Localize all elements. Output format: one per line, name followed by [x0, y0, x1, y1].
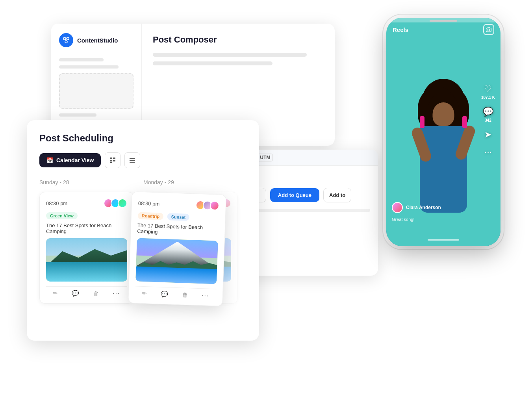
view-buttons: 📅 Calendar View: [39, 152, 247, 168]
float-trash-icon[interactable]: 🗑: [182, 291, 188, 298]
comment-icon[interactable]: 💬: [72, 290, 79, 297]
svg-rect-3: [110, 158, 112, 159]
days-row: Sunday - 28 Monday - 29: [39, 179, 247, 185]
user-row: Clara Anderson: [392, 202, 481, 213]
post-1-actions: ✏ 💬 🗑 ···: [46, 286, 127, 297]
svg-point-2: [65, 41, 67, 43]
share-action[interactable]: ➤: [484, 130, 491, 140]
logo-row: ContentStudio: [59, 33, 133, 47]
share-icon: ➤: [484, 130, 491, 140]
comment-bubble-icon: 💬: [483, 107, 493, 117]
beach-sky: [46, 238, 127, 256]
calendar-icon: 📅: [46, 157, 53, 163]
user-avatar: [392, 202, 403, 213]
svg-rect-5: [110, 160, 112, 161]
svg-rect-6: [113, 160, 115, 161]
phone-header: Reels: [386, 24, 500, 35]
post-1-avatars: [104, 198, 127, 208]
phone-bottom-info: Clara Anderson Great song!: [392, 202, 481, 222]
post-float-time: 08:30 pm: [138, 200, 160, 207]
add-to-queue-button[interactable]: Add to Queue: [270, 188, 319, 202]
post-1-time: 08:30 pm: [46, 200, 67, 206]
grid-view-button[interactable]: [105, 152, 120, 168]
comment-action[interactable]: 💬 342: [483, 107, 493, 122]
phone-notch-bar: [386, 18, 500, 22]
comments-count: 342: [485, 118, 491, 122]
earring-right: [462, 116, 467, 128]
reels-label: Reels: [393, 26, 408, 33]
post-composer-title: Post Composer: [153, 35, 324, 45]
svg-rect-7: [110, 162, 112, 163]
float-text: The 17 Best Spots for Beach Camping: [137, 222, 219, 237]
phone-frame: Reels ♡ 107.1 K: [386, 18, 500, 246]
woman-face: [433, 102, 454, 126]
beach-water: [46, 262, 127, 282]
sidebar-placeholder: [59, 73, 133, 109]
app-logo: [59, 33, 73, 47]
svg-point-12: [488, 29, 490, 31]
post-card-float-header: 08:30 pm: [138, 198, 220, 210]
float-card-actions: ✏ 💬 🗑 ···: [135, 286, 217, 299]
phone-home-bar: [428, 239, 459, 241]
like-action[interactable]: ♡ 107.1 K: [481, 84, 495, 100]
svg-rect-10: [130, 162, 135, 163]
float-tag1: Roadtrip: [138, 212, 164, 220]
float-more-icon[interactable]: ···: [202, 292, 209, 299]
svg-point-0: [63, 37, 66, 40]
svg-rect-11: [486, 28, 491, 32]
float-tag2: Sunset: [167, 213, 189, 221]
caption: Great song!: [392, 217, 414, 222]
heart-icon: ♡: [484, 84, 492, 94]
woman-body: [420, 126, 467, 213]
post-card-1-header: 08:30 pm: [46, 198, 127, 208]
calendar-view-label: Calendar View: [56, 157, 94, 163]
scheduling-title: Post Scheduling: [39, 133, 247, 144]
beach-scene: [46, 238, 127, 282]
sunday-label: Sunday - 28: [39, 179, 134, 185]
float-edit-icon[interactable]: ✏: [142, 290, 147, 297]
list-view-button[interactable]: [124, 152, 140, 168]
sidebar-bar-2: [59, 65, 119, 69]
svg-point-1: [67, 37, 69, 40]
post-card-2-float: 08:30 pm Roadtrip Sunset The 17 Best Spo…: [128, 191, 226, 306]
post-1-text: The 17 Best Spots for Beach Camping: [46, 222, 127, 234]
phone-screen: Reels ♡ 107.1 K: [386, 18, 500, 246]
more-icon[interactable]: ···: [113, 290, 120, 297]
monday-label: Monday - 29: [143, 179, 238, 185]
earring-left: [420, 116, 424, 128]
svg-rect-4: [113, 158, 115, 159]
add-to-button[interactable]: Add to: [323, 188, 351, 202]
float-image: [135, 238, 218, 284]
main-scene: ContentStudio ✏ Compose Post Composer Po…: [0, 0, 532, 406]
phone-wrapper: Reels ♡ 107.1 K: [386, 18, 500, 246]
float-comment-icon[interactable]: 💬: [161, 291, 169, 298]
phone-notch: [430, 20, 457, 22]
camera-icon[interactable]: [483, 24, 494, 35]
more-action[interactable]: ···: [484, 147, 491, 157]
post-float-avatars: [195, 200, 219, 211]
app-name: ContentStudio: [77, 37, 118, 44]
more-dots-icon: ···: [484, 147, 491, 157]
float-mountain-scene: [135, 238, 218, 284]
edit-icon[interactable]: ✏: [53, 290, 58, 297]
sidebar-bar-3: [59, 113, 96, 117]
post-1-image: [46, 238, 127, 282]
composer-bar-2: [153, 61, 272, 65]
svg-rect-9: [130, 160, 135, 161]
post-card-1: 08:30 pm Green View The 17 Best Spots fo…: [39, 192, 134, 304]
svg-rect-8: [130, 158, 135, 159]
float-avatar-3: [209, 201, 219, 211]
avatar-3: [118, 198, 127, 208]
post-1-tag: Green View: [46, 212, 78, 219]
utm-badge[interactable]: UTM: [257, 154, 273, 161]
phone-right-actions: ♡ 107.1 K 💬 342 ➤ ···: [481, 84, 495, 157]
user-name: Clara Anderson: [406, 205, 441, 210]
calendar-view-button[interactable]: 📅 Calendar View: [39, 153, 101, 167]
trash-icon[interactable]: 🗑: [93, 290, 99, 297]
likes-count: 107.1 K: [481, 95, 495, 100]
sidebar-bar-1: [59, 58, 104, 61]
composer-bar-1: [153, 53, 307, 57]
